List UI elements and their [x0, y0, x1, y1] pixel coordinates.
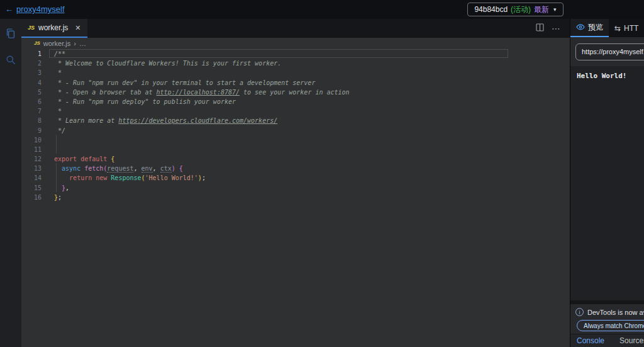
devtools-tab-bar: ConsoleSourcesN [570, 334, 644, 347]
chevron-right-icon: › [74, 40, 76, 47]
preview-tab-label: HTT [624, 24, 638, 33]
line-number: 16 [21, 193, 42, 202]
line-number: 2 [21, 59, 42, 68]
js-file-icon: JS [28, 25, 35, 31]
code-line-text: }, [42, 183, 69, 193]
transfer-icon: ⇆ [614, 24, 621, 33]
back-link-label: proxy4myself [16, 4, 65, 14]
code-line[interactable]: 12export default { [21, 154, 570, 164]
version-hash: 94b84bcd [474, 5, 508, 14]
activity-bar [0, 19, 21, 347]
line-number: 3 [21, 68, 42, 77]
code-line-text: * Learn more at https://developers.cloud… [42, 116, 277, 125]
split-editor-icon[interactable] [536, 23, 544, 34]
tab-label: worker.js [38, 23, 68, 32]
code-line[interactable]: 14 return new Response('Hello World!'); [21, 173, 570, 183]
line-number: 13 [21, 164, 42, 173]
code-line-text: * Welcome to Cloudflare Workers! This is… [42, 59, 281, 68]
back-arrow-icon: ← [5, 4, 13, 14]
devtools-message: DevTools is now availa [587, 309, 644, 316]
code-line[interactable]: 11 [21, 145, 570, 154]
back-link[interactable]: ← proxy4myself [5, 4, 65, 14]
code-line-text: return new Response('Hello World!'); [42, 173, 206, 183]
code-line[interactable]: 3 * [21, 68, 570, 77]
code-line-text: * - Run "npm run deploy" to publish your… [42, 97, 236, 106]
current-line-highlight [49, 49, 508, 58]
preview-tab-http[interactable]: ⇆HTT [609, 19, 644, 37]
line-number: 7 [21, 106, 42, 116]
code-line[interactable]: 9 */ [21, 126, 570, 135]
code-line-text [42, 145, 54, 154]
devtools-tab-sources[interactable]: Sources [619, 336, 644, 345]
url-input[interactable] [575, 43, 644, 60]
devtools-infobar: i DevTools is now availa Always match Ch… [570, 304, 644, 334]
match-chrome-language-button[interactable]: Always match Chrome's [577, 320, 644, 331]
code-line[interactable]: 10 [21, 135, 570, 145]
code-line-text: async fetch(request, env, ctx) { [42, 164, 183, 173]
code-line-text: * - Run "npm run dev" in your terminal t… [42, 78, 315, 88]
line-number: 4 [21, 78, 42, 88]
code-line[interactable]: 8 * Learn more at https://developers.clo… [21, 116, 570, 125]
preview-panel: 预览⇆HTT Hello World! i DevTools is now av… [570, 19, 644, 347]
preview-tab-preview[interactable]: 预览 [570, 19, 609, 37]
code-line-text [42, 135, 54, 145]
code-line[interactable]: 13 async fetch(request, env, ctx) { [21, 164, 570, 173]
preview-tab-bar: 预览⇆HTT [570, 19, 644, 37]
top-bar: ← proxy4myself 94b84bcd (活动) 最新 ▾ [0, 0, 644, 19]
code-line[interactable]: 4 * - Run "npm run dev" in your terminal… [21, 78, 570, 88]
tab-worker-js[interactable]: JS worker.js ✕ [21, 19, 87, 38]
line-number: 11 [21, 145, 42, 154]
code-line[interactable]: 5 * - Open a browser tab at http://local… [21, 88, 570, 97]
more-actions-icon[interactable]: ⋯ [552, 23, 561, 33]
line-number: 9 [21, 126, 42, 135]
code-line[interactable]: 7 * [21, 106, 570, 116]
editor-area: JS worker.js ✕ ⋯ JS worker.js › … [21, 19, 570, 347]
js-file-icon: JS [34, 40, 40, 46]
code-line[interactable]: 2 * Welcome to Cloudflare Workers! This … [21, 59, 570, 68]
chevron-down-icon: ▾ [553, 6, 557, 13]
code-line[interactable]: 6 * - Run "npm run deploy" to publish yo… [21, 97, 570, 106]
files-icon[interactable] [4, 26, 18, 40]
info-icon: i [575, 308, 584, 316]
breadcrumb[interactable]: JS worker.js › … [21, 38, 570, 48]
eye-icon [576, 23, 585, 32]
code-editor[interactable]: 1/**2 * Welcome to Cloudflare Workers! T… [21, 48, 570, 347]
line-number: 1 [21, 49, 42, 59]
line-number: 14 [21, 173, 42, 183]
code-line[interactable]: 1/** [21, 49, 570, 59]
preview-toolbar [570, 37, 644, 66]
breadcrumb-more: … [79, 40, 86, 47]
line-number: 6 [21, 97, 42, 106]
editor-tab-bar: JS worker.js ✕ ⋯ [21, 19, 570, 38]
code-line-text: * [42, 68, 62, 77]
code-line-text: * [42, 106, 62, 116]
code-line-text: /** [42, 49, 65, 59]
code-line[interactable]: 16}; [21, 193, 570, 202]
code-line-text: }; [42, 193, 62, 202]
code-line-text: export default { [42, 154, 114, 164]
line-number: 8 [21, 116, 42, 125]
code-line[interactable]: 15 }, [21, 183, 570, 193]
line-number: 10 [21, 135, 42, 145]
preview-tab-label: 预览 [588, 22, 603, 33]
line-number: 5 [21, 88, 42, 97]
main-area: JS worker.js ✕ ⋯ JS worker.js › … [0, 19, 644, 347]
preview-content: Hello World! [570, 66, 644, 300]
line-number: 15 [21, 183, 42, 193]
editor-actions: ⋯ [536, 19, 570, 38]
breadcrumb-file: worker.js [43, 40, 70, 47]
version-status-badge: (活动) [511, 4, 531, 15]
search-icon[interactable] [4, 53, 18, 67]
preview-body-text: Hello World! [577, 72, 644, 80]
code-line-text: */ [42, 126, 65, 135]
version-latest-badge: 最新 [534, 4, 549, 15]
close-tab-icon[interactable]: ✕ [75, 24, 80, 32]
version-selector[interactable]: 94b84bcd (活动) 最新 ▾ [467, 3, 564, 16]
devtools-tab-console[interactable]: Console [577, 336, 604, 345]
code-line-text: * - Open a browser tab at http://localho… [42, 88, 350, 97]
line-number: 12 [21, 154, 42, 164]
